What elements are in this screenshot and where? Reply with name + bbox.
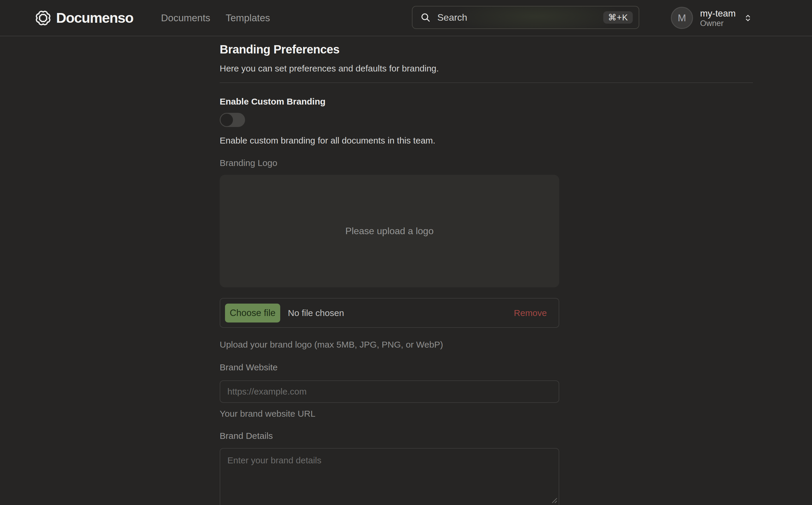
documenso-seal-icon [35,10,51,26]
brand-website-input[interactable] [220,380,559,403]
branding-preferences-page: Documenso Documents Templates ⌘+K M my-t… [0,0,812,505]
branding-logo-label: Branding Logo [220,157,277,169]
remove-logo-button[interactable]: Remove [514,308,547,318]
enable-branding-description: Enable custom branding for all documents… [220,134,435,147]
brand-details-label: Brand Details [220,430,273,442]
brand-name: Documenso [56,10,133,26]
enable-branding-label: Enable Custom Branding [220,96,326,108]
page-title: Branding Preferences [220,42,340,57]
global-search[interactable]: ⌘+K [412,6,639,29]
branding-preferences-form: Branding Preferences Here you can set pr… [220,36,753,505]
toggle-knob [221,114,233,126]
brand-website-label: Brand Website [220,361,277,374]
team-switcher[interactable]: M my-team Owner [671,7,753,29]
team-name: my-team [700,8,736,19]
enable-branding-toggle[interactable] [220,113,245,127]
chevrons-up-down-icon [743,13,753,23]
team-avatar: M [671,7,693,29]
choose-file-button[interactable]: Choose file [225,304,280,323]
brand-details-textarea[interactable] [220,448,559,505]
team-info: my-team Owner [700,8,736,28]
team-role: Owner [700,19,736,28]
section-divider [220,82,753,83]
logo-upload-dropzone[interactable]: Please upload a logo [220,175,559,287]
dropzone-placeholder-text: Please upload a logo [346,226,434,236]
page-subtitle: Here you can set preferences and default… [220,62,439,75]
nav-templates[interactable]: Templates [226,12,270,24]
top-navbar: Documenso Documents Templates ⌘+K M my-t… [0,0,812,36]
logo-upload-helper: Upload your brand logo (max 5MB, JPG, PN… [220,338,443,351]
brand-logo[interactable]: Documenso [35,10,133,26]
logo-file-input-row: Choose file No file chosen Remove [220,298,559,328]
main-nav: Documents Templates [161,12,270,24]
brand-website-helper: Your brand website URL [220,407,316,420]
file-chosen-status: No file chosen [288,308,344,318]
shortcut-badge: ⌘+K [603,11,633,24]
nav-documents[interactable]: Documents [161,12,210,24]
search-icon [420,12,431,23]
search-input[interactable] [437,12,597,23]
